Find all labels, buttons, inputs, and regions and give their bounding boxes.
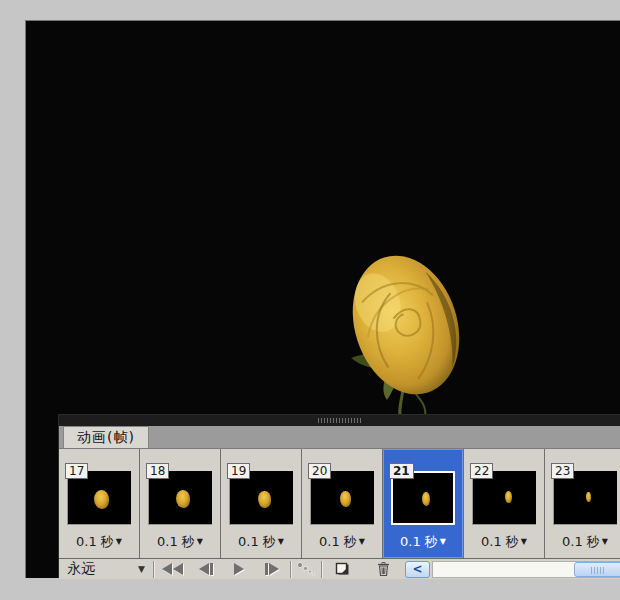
loop-label: 永远 xyxy=(67,560,95,578)
frame-17[interactable]: 170.1 秒▼ xyxy=(59,449,140,558)
dropdown-arrow-icon: ▼ xyxy=(116,537,122,546)
frame-delay-select[interactable]: 0.1 秒▼ xyxy=(221,533,301,551)
frame-18[interactable]: 180.1 秒▼ xyxy=(140,449,221,558)
frames-strip: 170.1 秒▼180.1 秒▼190.1 秒▼200.1 秒▼210.1 秒▼… xyxy=(59,449,620,558)
dropdown-arrow-icon: ▼ xyxy=(278,537,284,546)
panel-grip-icon xyxy=(318,418,362,423)
dropdown-arrow-icon: ▼ xyxy=(197,537,203,546)
tween-button[interactable] xyxy=(293,560,319,578)
play-icon xyxy=(234,563,244,575)
dropdown-arrow-icon: ▼ xyxy=(440,537,446,546)
prev-frame-button[interactable] xyxy=(189,560,222,578)
frame-20[interactable]: 200.1 秒▼ xyxy=(302,449,383,558)
frame-number: 23 xyxy=(551,463,574,479)
frame-number: 18 xyxy=(146,463,169,479)
frame-number: 22 xyxy=(470,463,493,479)
duplicate-page-icon xyxy=(335,562,351,577)
frame-thumbnail xyxy=(310,471,374,525)
animation-toolbar: 永远 ▼ xyxy=(59,558,620,579)
frame-delay-select[interactable]: 0.1 秒▼ xyxy=(545,533,620,551)
tab-animation-frames[interactable]: 动画(帧) xyxy=(63,426,149,448)
panel-tab-strip: 动画(帧) xyxy=(59,426,620,449)
tab-label: 动画(帧) xyxy=(77,429,135,447)
rose-thumbnail-speck xyxy=(340,491,351,507)
rose-thumbnail-speck xyxy=(586,492,591,502)
frame-number: 21 xyxy=(389,463,414,479)
double-triangle-left-icon xyxy=(162,563,172,575)
scrollbar-left-arrow-button[interactable]: < xyxy=(405,561,430,578)
frame-number: 17 xyxy=(65,463,88,479)
play-button[interactable] xyxy=(222,560,255,578)
frame-22[interactable]: 220.1 秒▼ xyxy=(464,449,545,558)
next-frame-button[interactable] xyxy=(255,560,288,578)
frame-delay-select[interactable]: 0.1 秒▼ xyxy=(140,533,220,551)
toolbar-separator xyxy=(290,561,291,578)
triangle-right-icon xyxy=(269,563,279,575)
left-chevron-icon: < xyxy=(412,563,422,575)
panel-header-bar[interactable] xyxy=(59,415,620,426)
dropdown-arrow-icon: ▼ xyxy=(138,564,145,574)
photoshop-workspace: 动画(帧) 170.1 秒▼180.1 秒▼190.1 秒▼200.1 秒▼21… xyxy=(0,0,620,600)
frame-delay-select[interactable]: 0.1 秒▼ xyxy=(464,533,544,551)
frame-thumbnail xyxy=(472,471,536,525)
frame-delay-select[interactable]: 0.1 秒▼ xyxy=(59,533,139,551)
dropdown-arrow-icon: ▼ xyxy=(359,537,365,546)
tween-dots-icon xyxy=(296,561,316,577)
dropdown-arrow-icon: ▼ xyxy=(521,537,527,546)
frame-thumbnail xyxy=(229,471,293,525)
rose-thumbnail-speck xyxy=(94,490,109,509)
dropdown-arrow-icon: ▼ xyxy=(602,537,608,546)
frame-thumbnail xyxy=(553,471,617,525)
frame-delay-select[interactable]: 0.1 秒▼ xyxy=(302,533,382,551)
frames-scrollbar-track[interactable] xyxy=(432,561,620,578)
frames-scrollbar-thumb[interactable] xyxy=(574,562,620,577)
animation-panel: 动画(帧) 170.1 秒▼180.1 秒▼190.1 秒▼200.1 秒▼21… xyxy=(58,414,620,578)
frame-thumbnail xyxy=(148,471,212,525)
frame-number: 20 xyxy=(308,463,331,479)
duplicate-frame-button[interactable] xyxy=(330,560,356,578)
triangle-left-icon xyxy=(199,563,209,575)
rose-thumbnail-speck xyxy=(258,491,271,508)
bar-icon xyxy=(265,563,268,575)
rose-thumbnail-speck xyxy=(176,490,190,508)
frame-number: 19 xyxy=(227,463,250,479)
loop-count-select[interactable]: 永远 ▼ xyxy=(65,560,151,578)
rose-thumbnail-speck xyxy=(505,491,512,503)
trash-icon xyxy=(376,561,391,577)
toolbar-separator xyxy=(321,561,322,578)
rose-thumbnail-speck xyxy=(422,492,430,506)
frame-delay-select[interactable]: 0.1 秒▼ xyxy=(383,533,463,551)
rose-image xyxy=(341,240,471,420)
frame-21[interactable]: 210.1 秒▼ xyxy=(383,449,464,558)
bar-icon xyxy=(210,563,213,575)
frame-23[interactable]: 230.1 秒▼ xyxy=(545,449,620,558)
toolbar-separator xyxy=(153,561,154,578)
delete-frame-button[interactable] xyxy=(370,560,396,578)
frame-19[interactable]: 190.1 秒▼ xyxy=(221,449,302,558)
frame-thumbnail xyxy=(391,471,455,525)
frame-thumbnail xyxy=(67,471,131,525)
first-frame-button[interactable] xyxy=(156,560,189,578)
